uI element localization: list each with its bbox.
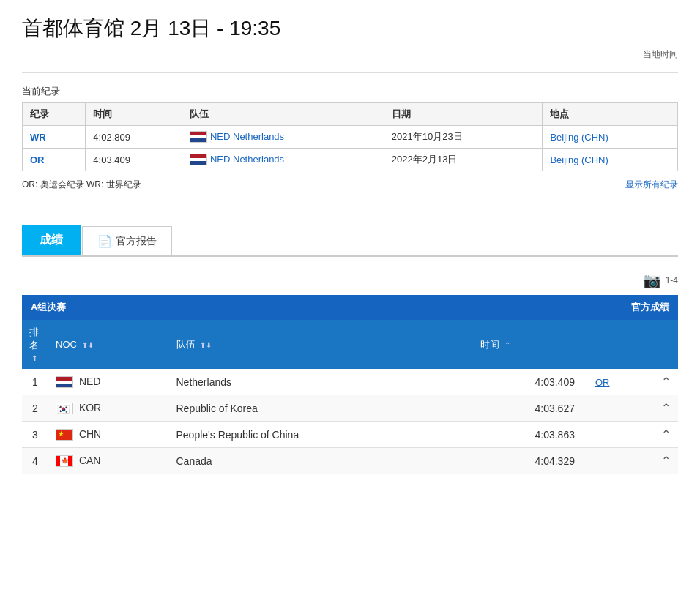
rank-cell: 1 [22,369,48,395]
record-venue: Beijing (CHN) [543,126,678,149]
col-venue: 地点 [543,103,678,126]
time-cell: 4:04.329 [473,448,582,474]
col-expand-spacer [652,320,678,369]
spacer-cell [444,422,473,448]
badge-cell: OR [582,369,652,395]
time-cell: 4:03.627 [473,395,582,422]
team-link[interactable]: NED Netherlands [210,154,284,165]
spacer-cell [444,369,473,395]
flag-kor [56,403,73,414]
official-label: 官方成绩 [473,295,678,320]
noc-sort-icon: ⬆⬇ [82,341,94,349]
record-team: NED Netherlands [182,149,384,171]
team-sort-icon: ⬆⬇ [200,341,212,349]
flag-can [56,455,73,467]
record-time: 4:02.809 [86,126,182,149]
time-sort-icon: ⌃ [504,341,510,349]
record-date: 2021年10月23日 [384,126,543,149]
camera-row: 📷 1-4 [22,272,678,289]
rank-sort-icon: ⬆ [31,354,37,362]
col-record: 纪录 [23,103,86,126]
footnotes: OR: 奥运会纪录 WR: 世界纪录 显示所有纪录 [22,179,678,191]
tab-official-report[interactable]: 📄 官方报告 [82,226,172,255]
expand-button[interactable]: ⌃ [661,427,671,441]
noc-cell: CAN [48,448,169,474]
flag-ned [56,376,73,388]
page-title: 首都体育馆 2月 13日 - 19:35 [22,15,678,42]
or-badge: OR [595,377,610,388]
noc-cell: CHN [48,422,169,448]
record-type: WR [30,132,46,143]
col-team: 队伍 [182,103,384,126]
team-cell: Republic of Korea [169,395,444,422]
expand-button[interactable]: ⌃ [661,375,671,389]
col-team[interactable]: 队伍 ⬆⬇ [169,320,444,369]
spacer-cell [444,395,473,422]
camera-label: 1-4 [666,275,678,285]
team-link[interactable]: NED Netherlands [210,131,284,142]
record-time: 4:03.409 [86,149,182,171]
team-cell: People's Republic of China [169,422,444,448]
local-time-label: 当地时间 [22,48,678,61]
tab-results[interactable]: 成绩 [22,225,81,255]
col-noc[interactable]: NOC ⬆⬇ [48,320,169,369]
time-cell: 4:03.863 [473,422,582,448]
flag-ned [190,131,207,143]
expand-cell[interactable]: ⌃ [652,448,678,474]
record-row: OR 4:03.409 NED Netherlands 2022年2月13日 B… [23,149,678,171]
result-row: 1 NED Netherlands 4:03.409 OR ⌃ [22,369,678,395]
expand-button[interactable]: ⌃ [661,454,671,468]
camera-icon: 📷 [643,272,661,289]
record-date: 2022年2月13日 [384,149,543,171]
col-time: 时间 [86,103,182,126]
result-row: 4 CAN Canada 4:04.329 ⌃ [22,448,678,474]
expand-cell[interactable]: ⌃ [652,422,678,448]
flag-chn [56,429,73,441]
expand-button[interactable]: ⌃ [661,401,671,415]
col-time-spacer [444,320,473,369]
badge-cell [582,448,652,474]
record-row: WR 4:02.809 NED Netherlands 2021年10月23日 … [23,126,678,149]
rank-cell: 4 [22,448,48,474]
main-results-table: A组决赛 官方成绩 排名 ⬆ NOC ⬆⬇ 队伍 ⬆⬇ 时间 ⌃ [22,295,678,474]
venue-link[interactable]: Beijing (CHN) [550,154,608,165]
expand-cell[interactable]: ⌃ [652,395,678,422]
badge-cell [582,395,652,422]
col-time[interactable]: 时间 ⌃ [473,320,582,369]
footnotes-left: OR: 奥运会纪录 WR: 世界纪录 [22,179,141,191]
team-cell: Canada [169,448,444,474]
time-cell: 4:03.409 [473,369,582,395]
rank-cell: 2 [22,395,48,422]
wr-footnote: WR: 世界纪录 [86,179,141,190]
result-row: 2 KOR Republic of Korea 4:03.627 ⌃ [22,395,678,422]
team-cell: Netherlands [169,369,444,395]
records-table: 纪录 时间 队伍 日期 地点 WR 4:02.809 NED Netherlan… [22,102,678,171]
col-badge-spacer [582,320,652,369]
result-row: 3 CHN People's Republic of China 4:03.86… [22,422,678,448]
tab-report-label: 官方报告 [116,235,157,248]
record-venue: Beijing (CHN) [543,149,678,171]
tabs-row: 成绩 📄 官方报告 [22,225,678,257]
noc-cell: NED [48,369,169,395]
flag-ned [190,154,207,165]
or-footnote: OR: 奥运会纪录 [22,179,84,190]
noc-cell: KOR [48,395,169,422]
rank-cell: 3 [22,422,48,448]
show-all-records-link[interactable]: 显示所有纪录 [625,179,678,191]
venue-link[interactable]: Beijing (CHN) [550,132,608,143]
records-section-label: 当前纪录 [22,85,678,98]
expand-cell[interactable]: ⌃ [652,369,678,395]
badge-cell [582,422,652,448]
record-type: OR [30,154,45,165]
report-icon: 📄 [97,234,112,248]
col-rank[interactable]: 排名 ⬆ [22,320,48,369]
group-label: A组决赛 [22,295,473,320]
col-date: 日期 [384,103,543,126]
spacer-cell [444,448,473,474]
record-team: NED Netherlands [182,126,384,149]
